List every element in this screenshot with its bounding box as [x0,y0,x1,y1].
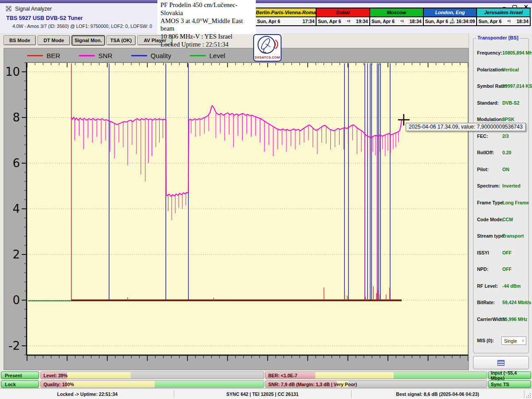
svg-text:8: 8 [12,111,20,124]
mis-label: MIS (0): [477,338,494,343]
resize-grip[interactable] [526,393,531,398]
tp-value: DVB-S2 [502,100,520,106]
tp-label: ISSYI [477,250,489,255]
bar-segment [348,381,487,387]
clock-date: Sun, Apr 6 [372,19,395,24]
clock-city: Moscow [370,8,423,17]
clock-time: 17:34 [302,19,314,24]
tp-label: FEC: [477,133,488,139]
signal-chart-panel: BERSNRQualityLevel 1086420-2 [4,48,469,370]
info-line-1: PF Prodelin 450 cm/Lučenec-Slovakia [160,1,253,17]
clock-time: 16:34:09 [456,19,475,24]
level-bar-label: Level: 39% [43,372,67,379]
legend-swatch [131,55,147,56]
world-clocks: Berlin-Paris-Vienna-RomaSun, Apr 617:34D… [255,8,531,26]
world-clock: London, EngSun, Apr 6-1DST16:34:09 [423,8,477,26]
legend-label: BER [47,52,60,59]
clock-city: London, Eng [424,8,477,17]
tab-tsa-ok-[interactable]: TSA (OK) [106,35,136,45]
bar-segment [67,381,155,387]
ber-bar-label: BER: <1.0E-7 [268,372,297,379]
logo-text: DXSATCS.COM [254,55,281,59]
world-clock: MoscowSun, Apr 6+118:34 [369,8,424,26]
tab-dt-mode[interactable]: DT Mode [38,35,70,45]
tp-label: Standard: [477,100,499,106]
chevron-down-icon: ∨ [521,338,524,343]
tp-label: NPD: [477,266,489,272]
svg-text:2: 2 [12,248,20,261]
transponder-panel: Transponder [BS] Frequency:10805,894 MHz… [469,33,532,371]
indicator-present: Present [1,372,39,379]
signal-chart[interactable]: 1086420-2 [4,48,468,370]
clock-time: 18:34 [516,19,528,24]
legend-swatch [190,55,206,56]
world-clock: Berlin-Paris-Vienna-RomaSun, Apr 617:34 [255,8,317,26]
tp-label: Polarization: [477,67,505,72]
mis-select[interactable]: Single ∨ [501,336,526,345]
bar-segment [315,372,394,379]
transponder-row: Standard:DVB-S2 [473,100,528,106]
indicator-sync-ts: Sync TS [488,380,531,388]
transponder-row: Symbol Rate:29997,014 KS/s [473,83,528,90]
legend-item-quality: Quality [131,52,172,59]
tp-label: Spectrum: [477,183,500,188]
statusbar-lock-uptime: Locked -> Uptime: 22:51:34 [1,390,174,398]
clock-time: 19:34 [356,19,368,24]
tp-label: RF Level: [477,283,498,289]
transponder-row: FEC:2/3 [473,133,528,140]
tuner-title: TBS 5927 USB DVB-S2 Tuner [6,15,83,21]
tp-value: Inverted [502,183,520,188]
transponder-row: Polarization:Vertical [473,67,528,73]
world-clock: DubaiSun, Apr 6+219:34 [316,8,370,26]
info-line-2: AMOS 3 at 4,0°W_Middle East beam [160,17,253,33]
clock-date: Sun, Apr 6 [425,19,448,24]
bar-segment [67,372,131,379]
tp-value: 10805,894 MHz [502,50,532,55]
transponder-title: Transponder [BS] [476,35,520,40]
tp-value: Long Frame [502,200,529,205]
tuner-subtitle: 4.0W - Amos 3/7 (ID: 3560) @ LOF1: 97500… [12,23,152,29]
clock-date: Sun, Apr 6 [318,19,341,24]
tp-label: BitRate: [477,300,495,305]
clock-city: Berlin-Paris-Vienna-Roma [256,8,316,17]
chart-legend: BERSNRQualityLevel [27,50,225,61]
indicator-lock: Lock [1,380,39,388]
tp-value: 2/3 [502,133,509,139]
tp-value: 35,996 MHz [502,317,528,322]
legend-swatch [27,55,43,56]
transponder-row: Pilot:ON [473,167,528,173]
info-line-3: 10 806 MHz-V : YES Israel [160,33,253,41]
bar-segment [131,372,264,379]
tab-signal-mon-[interactable]: Signal Mon. [72,35,105,45]
tp-value: 0.20 [502,150,511,155]
window-title: Signal Analyzer [15,6,52,12]
bar-segment [155,381,264,387]
legend-label: Level [209,52,225,59]
legend-label: Quality [151,52,172,59]
tp-label: Modulation: [477,117,503,122]
tp-value: -44 dBm [502,283,520,289]
svg-text:0: 0 [12,293,20,307]
snr-bar: SNR: 7,9 dB (Margin: 1,3 dB | Very Poor) [265,380,487,388]
tp-value: CCM [502,217,513,222]
list-icon [497,360,505,366]
clock-date: Sun, Apr 6 [257,19,280,24]
tp-value: ON [502,167,509,172]
legend-item-level: Level [190,52,225,59]
svg-text:6: 6 [12,156,20,170]
transponder-list-button[interactable] [473,356,529,369]
tp-value: OFF [502,266,512,272]
tab-bs-mode[interactable]: BS Mode [4,35,36,45]
statusbar-best-signal: Best signal: 8,6 dB (2025-04-06 04:23) [351,390,524,398]
station-info-box: PF Prodelin 450 cm/Lučenec-Slovakia AMOS… [157,0,256,34]
transponder-row: RF Level:-44 dBm [473,283,528,289]
tp-value: OFF [502,250,512,255]
clock-utc-offset: +1 [501,20,516,23]
statusbar: Locked -> Uptime: 22:51:34 SYNC 642 | TE… [0,389,532,399]
tp-label: Frame Type: [477,200,505,205]
clock-city: Jerusalem-Israel [477,8,530,17]
transponder-row: RollOff:0.20 [473,150,528,156]
satellite-dish-icon [254,35,280,55]
clock-date: Sun, Apr 6 [478,19,501,24]
statusbar-separator [524,390,524,398]
